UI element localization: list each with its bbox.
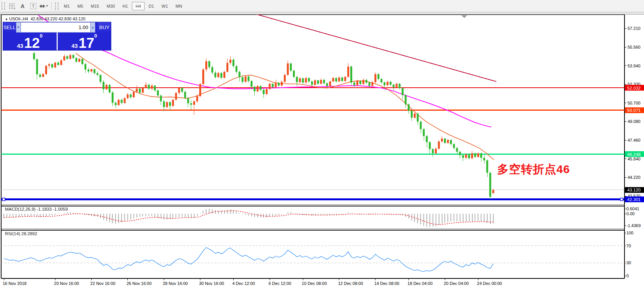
time-tick-label: 6 Dec 12:00 bbox=[268, 281, 291, 286]
indicator-scales: 0.60410.00-1.436910070300 bbox=[626, 206, 641, 278]
chart-header: ▲ USOil-,H4 42.830 43.220 42.830 43.120 bbox=[5, 16, 85, 21]
time-tick-label: 12 Dec 08:00 bbox=[338, 281, 363, 286]
rsi-scale-label: 100 bbox=[626, 231, 633, 235]
toolbar-grip[interactable] bbox=[2, 2, 5, 10]
time-tick-label: 18 Dec 04:00 bbox=[408, 281, 433, 286]
time-tick-label: 16 Nov 2018 bbox=[3, 281, 26, 286]
timeframe-button-h4[interactable]: H4 bbox=[132, 2, 144, 10]
buy-price-whole: 43 bbox=[72, 43, 78, 49]
price-tick-label: 45.840 bbox=[628, 157, 641, 161]
timeframe-button-h1[interactable]: H1 bbox=[119, 2, 131, 10]
price-badge-label: 50.071 bbox=[627, 108, 641, 113]
time-axis[interactable]: 16 Nov 201820 Nov 16:0022 Nov 16:0026 No… bbox=[3, 281, 502, 286]
buy-price-display[interactable]: 43 17 0 bbox=[58, 33, 111, 50]
sell-button[interactable]: SELL bbox=[3, 22, 16, 33]
rsi-scale-label: 70 bbox=[626, 244, 631, 248]
price-tick-label: 44.220 bbox=[628, 175, 641, 180]
price-tick-label: 57.210 bbox=[628, 26, 641, 31]
volume-up-button[interactable]: ▲ bbox=[91, 22, 95, 33]
price-tick-label: 49.080 bbox=[628, 119, 641, 124]
chart-text-annotation: 多空转折点46 bbox=[497, 162, 570, 177]
rsi-scale-label: 30 bbox=[626, 260, 631, 265]
timeframe-toolbar-grip[interactable] bbox=[55, 2, 59, 10]
time-tick-label: 20 Dec 04:00 bbox=[444, 281, 468, 286]
timeframe-button-m15[interactable]: M15 bbox=[88, 2, 102, 10]
time-tick-label: 4 Dec 12:00 bbox=[232, 281, 255, 286]
time-tick-label: 22 Nov 16:00 bbox=[90, 281, 115, 286]
one-click-trade-panel: SELL ▼ ▲ BUY 43 12 0 43 17 0 bbox=[3, 22, 111, 50]
rsi-label: RSI(14) 28.2892 bbox=[5, 231, 37, 236]
buy-button[interactable]: BUY bbox=[98, 22, 111, 33]
hline-handle-right[interactable] bbox=[620, 198, 623, 201]
timeframe-button-m30[interactable]: M30 bbox=[103, 2, 118, 10]
indicator-labels: MACD(12,26,9) -1.1833 -1.0059RSI(14) 28.… bbox=[5, 207, 68, 236]
buy-price-pipette: 0 bbox=[94, 33, 97, 38]
ohlc-values: 42.830 43.220 42.830 43.120 bbox=[31, 16, 86, 21]
toolbar: F A T ◆◆▼ M1M5M15M30H1H4D1W1MN bbox=[0, 0, 644, 12]
buy-price-pips: 17 bbox=[78, 38, 94, 49]
hline-handle-left[interactable] bbox=[2, 198, 5, 201]
price-tick-label: 55.560 bbox=[628, 45, 641, 49]
rsi-line bbox=[4, 247, 493, 272]
volume-input[interactable] bbox=[21, 22, 91, 33]
text-label-icon[interactable]: A bbox=[18, 2, 27, 11]
time-tick-label: 24 Dec 00:00 bbox=[477, 281, 502, 286]
symbol-period-label: USOil-,H4 bbox=[9, 16, 28, 21]
price-tick-label: 53.940 bbox=[628, 64, 641, 68]
expand-arrow-icon[interactable]: ▲ bbox=[5, 17, 8, 21]
volume-down-button[interactable]: ▼ bbox=[16, 22, 21, 33]
time-tick-label: 30 Nov 16:00 bbox=[199, 281, 224, 286]
timeframe-button-d1[interactable]: D1 bbox=[145, 2, 158, 10]
candles bbox=[33, 52, 494, 200]
indicators-grid-icon[interactable]: F bbox=[7, 2, 16, 11]
time-tick-label: 26 Nov 16:00 bbox=[127, 281, 151, 286]
price-axis[interactable]: 57.21055.56053.94052.32050.70049.08047.4… bbox=[625, 26, 644, 202]
sell-price-whole: 43 bbox=[17, 43, 23, 49]
macd-scale-label: 0.00 bbox=[626, 211, 634, 216]
chevron-down-icon: ▼ bbox=[46, 4, 49, 8]
price-badge-label: 42.301 bbox=[627, 197, 641, 202]
terminal-window: 57.21055.56053.94052.32050.70049.08047.4… bbox=[0, 0, 644, 288]
timeframe-button-m5[interactable]: M5 bbox=[74, 2, 86, 10]
macd-label: MACD(12,26,9) -1.1833 -1.0059 bbox=[5, 207, 68, 211]
sell-price-display[interactable]: 43 12 0 bbox=[3, 33, 57, 50]
timeframe-button-mn[interactable]: MN bbox=[172, 2, 185, 10]
scroll-end-marker-icon bbox=[461, 15, 467, 18]
time-tick-label: 20 Nov 16:00 bbox=[54, 281, 79, 286]
macd-scale-label: 0.6041 bbox=[626, 206, 639, 211]
time-tick-label: 10 Dec 08:00 bbox=[302, 281, 327, 286]
rsi-scale-label: 0 bbox=[626, 273, 629, 278]
text-box-icon[interactable]: T bbox=[29, 2, 38, 11]
ma-line-orange bbox=[76, 53, 494, 160]
sell-price-pipette: 0 bbox=[40, 33, 42, 38]
price-badge-label: 43.120 bbox=[627, 188, 641, 192]
price-badge-label: 52.032 bbox=[627, 86, 641, 90]
price-badge-label: 46.248 bbox=[627, 152, 641, 157]
price-tick-label: 50.700 bbox=[628, 101, 641, 105]
macd-signal-line bbox=[4, 211, 493, 224]
toolbar-lower-band bbox=[0, 12, 644, 15]
macd-scale-label: -1.4369 bbox=[626, 223, 641, 228]
toolbar-separator bbox=[51, 2, 52, 10]
sell-price-pips: 12 bbox=[24, 38, 40, 49]
price-tick-label: 47.460 bbox=[628, 138, 641, 142]
timeframe-button-m1[interactable]: M1 bbox=[60, 2, 73, 10]
time-tick-label: 14 Dec 08:00 bbox=[374, 281, 399, 286]
timeframe-button-w1[interactable]: W1 bbox=[158, 2, 172, 10]
shapes-icon[interactable]: ◆◆▼ bbox=[39, 2, 49, 11]
time-tick-label: 28 Nov 16:00 bbox=[163, 281, 188, 286]
